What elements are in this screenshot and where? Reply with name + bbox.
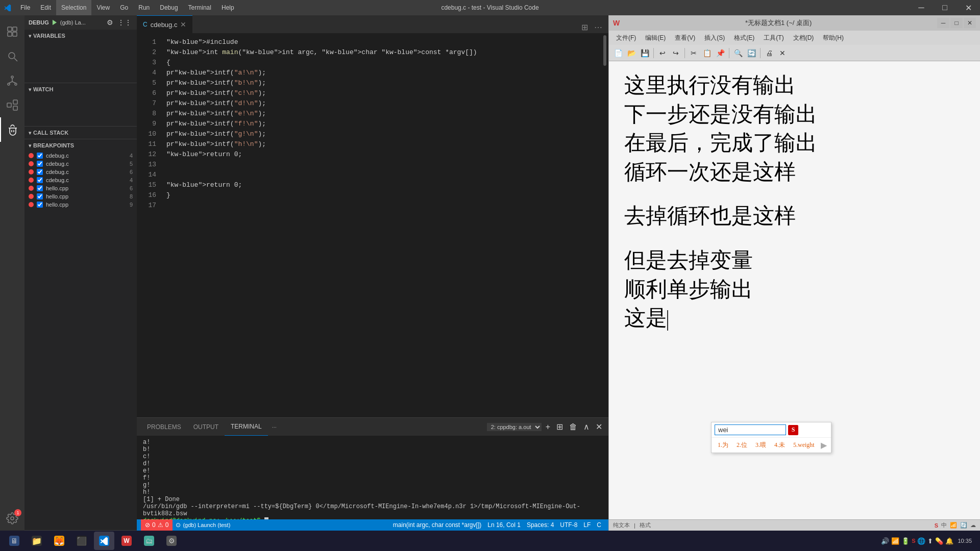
tray-icon-1[interactable]: 🔊: [881, 537, 889, 545]
run-icon[interactable]: [51, 19, 58, 26]
add-terminal-icon[interactable]: +: [544, 422, 552, 432]
menu-edit[interactable]: Edit: [35, 0, 56, 15]
status-encoding[interactable]: UTF-8: [557, 519, 580, 531]
taskbar-time[interactable]: 10:35: [958, 538, 972, 544]
close-terminal-icon[interactable]: ✕: [594, 422, 604, 432]
tray-wps[interactable]: S: [912, 538, 915, 544]
suggestion-3[interactable]: 3.喂: [753, 440, 768, 450]
close-button[interactable]: ✕: [957, 0, 980, 15]
menu-selection[interactable]: Selection: [56, 0, 91, 15]
right-menu-document[interactable]: 文档(D): [789, 31, 818, 45]
breakpoint-item[interactable]: cdebug.c 5: [24, 160, 137, 168]
breakpoints-header[interactable]: ▾ BREAKPOINTS: [24, 139, 137, 152]
watch-header[interactable]: ▾ WATCH: [24, 83, 137, 95]
menu-terminal[interactable]: Terminal: [183, 0, 216, 15]
status-function[interactable]: main(int argc, char const *argv[]): [390, 519, 484, 531]
minimize-button[interactable]: ─: [910, 0, 933, 15]
undo-btn[interactable]: ↩: [656, 47, 669, 59]
bp-checkbox[interactable]: [37, 202, 43, 208]
trash-terminal-icon[interactable]: 🗑: [567, 422, 579, 432]
breakpoint-item[interactable]: hello.cpp 6: [24, 184, 137, 192]
menu-help[interactable]: Help: [216, 0, 239, 15]
breakpoint-item[interactable]: cdebug.c 4: [24, 152, 137, 160]
taskbar-app-vscode[interactable]: [94, 532, 114, 550]
activity-extensions[interactable]: [0, 93, 24, 117]
activity-search[interactable]: [0, 44, 24, 68]
taskbar-app-4[interactable]: ⬛: [71, 532, 92, 550]
right-menu-file[interactable]: 文件(F): [612, 31, 640, 45]
maximize-button[interactable]: □: [933, 0, 957, 15]
tab-terminal[interactable]: TERMINAL: [225, 418, 268, 436]
taskbar-app-wps[interactable]: W: [116, 532, 137, 550]
tab-output[interactable]: OUTPUT: [187, 418, 225, 436]
taskbar-app-3[interactable]: 🦊: [49, 532, 69, 550]
suggestion-1[interactable]: 1.为: [716, 440, 730, 450]
menu-view[interactable]: View: [91, 0, 115, 15]
tray-icon-4[interactable]: 🌐: [917, 537, 925, 545]
close-tab-button[interactable]: ✕: [180, 20, 186, 29]
replace-btn[interactable]: 🔄: [745, 47, 757, 59]
ime-input-field[interactable]: [715, 424, 786, 435]
bp-checkbox[interactable]: [37, 177, 43, 183]
bp-checkbox[interactable]: [37, 161, 43, 167]
terminal-session-select[interactable]: 2: cppdbg: a.out: [487, 423, 542, 431]
tray-icon-5[interactable]: ⬆: [927, 537, 933, 545]
split-editor-icon[interactable]: ⊞: [579, 21, 590, 33]
activity-settings[interactable]: 1: [0, 506, 24, 531]
code-content[interactable]: "kw-blue">#include "kw-blue">int main("k…: [162, 33, 601, 417]
menu-run[interactable]: Run: [133, 0, 155, 15]
tray-icon-3[interactable]: 🔋: [901, 537, 910, 545]
save-btn[interactable]: 💾: [639, 47, 651, 59]
code-editor[interactable]: 1234567891011121314151617 "kw-blue">#inc…: [137, 33, 608, 417]
close-toolbar-btn[interactable]: ✕: [776, 47, 789, 59]
variables-header[interactable]: ▾ VARIABLES: [24, 30, 137, 42]
terminal-content[interactable]: a!b!c!d!e!f!g!h![1] + Done/usr/bin/gdb -…: [137, 436, 608, 519]
settings-icon[interactable]: ⚙: [106, 17, 114, 28]
open-btn[interactable]: 📂: [625, 47, 638, 59]
status-errors[interactable]: ⊘ 0 ⚠ 0: [141, 519, 173, 531]
right-maximize-btn[interactable]: □: [950, 18, 963, 28]
tab-cdebug[interactable]: C cdebug.c ✕: [137, 15, 192, 33]
doc-content[interactable]: 这里执行没有输出 下一步还是没有输出 在最后，完成了输出 循环一次还是这样 去掉…: [609, 61, 980, 519]
activity-scm[interactable]: [0, 68, 24, 93]
breakpoint-item[interactable]: cdebug.c 6: [24, 168, 137, 176]
right-minimize-btn[interactable]: ─: [937, 18, 949, 28]
taskbar-app-2[interactable]: 📁: [27, 532, 47, 550]
more-tabs[interactable]: ···: [272, 424, 277, 430]
new-doc-btn[interactable]: 📄: [612, 47, 624, 59]
status-spaces[interactable]: Spaces: 4: [524, 519, 557, 531]
taskbar-app-1[interactable]: 🖥: [4, 532, 24, 550]
split-icon[interactable]: ⋮⋮: [116, 17, 133, 28]
suggestion-5[interactable]: 5.weight: [791, 440, 817, 450]
bp-checkbox[interactable]: [37, 153, 43, 159]
status-line-col[interactable]: Ln 16, Col 1: [484, 519, 524, 531]
bp-checkbox[interactable]: [37, 193, 43, 199]
tray-icon-6[interactable]: 💊: [935, 537, 943, 545]
suggestion-more-icon[interactable]: ▶: [821, 440, 827, 450]
more-actions-icon[interactable]: ⋯: [592, 21, 604, 33]
editor-scrollbar[interactable]: [601, 33, 608, 417]
breakpoint-item[interactable]: hello.cpp 8: [24, 192, 137, 201]
search-toolbar-btn[interactable]: 🔍: [732, 47, 744, 59]
bp-checkbox[interactable]: [37, 169, 43, 175]
tab-problems[interactable]: PROBLEMS: [141, 418, 187, 436]
bp-checkbox[interactable]: [37, 185, 43, 191]
menu-file[interactable]: File: [15, 0, 35, 15]
taskbar-app-settings[interactable]: ⚙: [161, 532, 182, 550]
tray-icon-7[interactable]: 🔔: [945, 537, 953, 545]
status-line-ending[interactable]: LF: [580, 519, 594, 531]
right-menu-tools[interactable]: 工具(T): [760, 31, 788, 45]
activity-debug[interactable]: [0, 117, 24, 142]
right-menu-insert[interactable]: 插入(S): [700, 31, 729, 45]
cut-btn[interactable]: ✂: [688, 47, 700, 59]
paste-btn[interactable]: 📌: [714, 47, 726, 59]
debug-config[interactable]: (gdb) La...: [60, 19, 86, 26]
redo-btn[interactable]: ↪: [670, 47, 682, 59]
copy-btn[interactable]: 📋: [701, 47, 713, 59]
right-menu-format[interactable]: 格式(E): [730, 31, 758, 45]
breakpoint-item[interactable]: hello.cpp 9: [24, 201, 137, 209]
menu-debug[interactable]: Debug: [155, 0, 183, 15]
status-debug[interactable]: ⊙ (gdb) Launch (test): [173, 519, 233, 531]
taskbar-app-nautilus[interactable]: 🗂: [139, 532, 159, 550]
suggestion-4[interactable]: 4.未: [772, 440, 787, 450]
